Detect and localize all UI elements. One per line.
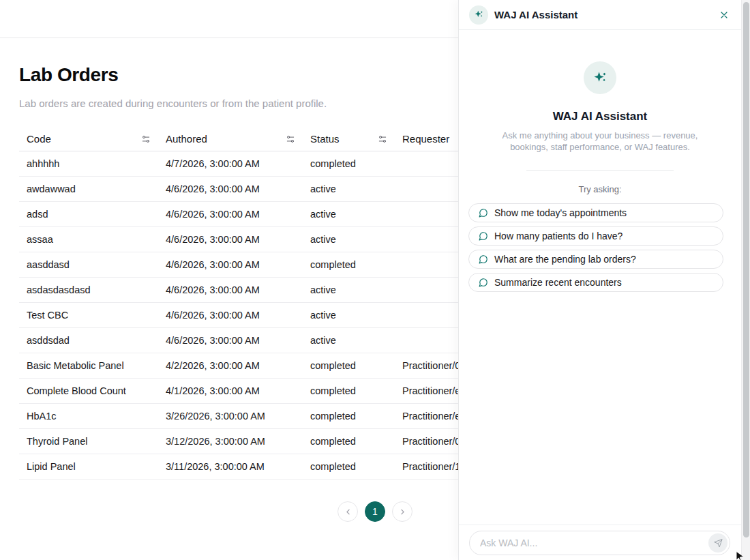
assistant-description: Ask me anything about your business — re…: [498, 130, 702, 153]
cell-status: completed: [303, 360, 395, 371]
cell-authored: 4/1/2026, 3:00:00 AM: [158, 385, 303, 396]
cell-status: active: [303, 209, 395, 220]
cell-code: Thyroid Panel: [19, 436, 158, 447]
send-button[interactable]: [708, 533, 728, 552]
cell-status: active: [303, 310, 395, 321]
sparkles-icon: [469, 5, 488, 25]
divider: [526, 170, 674, 171]
scrollbar-thumb[interactable]: [743, 2, 749, 537]
cell-authored: 4/6/2026, 3:00:00 AM: [158, 234, 303, 245]
try-asking-label: Try asking:: [459, 184, 741, 194]
column-header-authored: Authored: [158, 133, 303, 145]
cell-code: Complete Blood Count: [19, 385, 158, 396]
ai-assistant-panel-content: WAJ AI Assistant WAJ AI Assistant Ask me…: [459, 0, 741, 560]
prev-page-button[interactable]: [338, 501, 358, 522]
assistant-footer: [459, 525, 741, 560]
suggestion-text: Summarize recent encounters: [494, 277, 622, 288]
suggestion-pill[interactable]: Summarize recent encounters: [468, 273, 723, 292]
sort-authored-button[interactable]: [286, 134, 295, 144]
cell-authored: 4/6/2026, 3:00:00 AM: [158, 310, 303, 321]
cell-status: active: [303, 335, 395, 346]
column-label: Status: [310, 133, 340, 145]
column-label: Authored: [166, 133, 207, 145]
suggestion-pill[interactable]: What are the pending lab orders?: [468, 250, 723, 269]
cell-code: Test CBC: [19, 310, 158, 321]
suggestion-text: How many patients do I have?: [494, 231, 622, 241]
cell-status: completed: [303, 385, 395, 396]
panel-scrollbar[interactable]: [741, 0, 750, 560]
cell-authored: 3/12/2026, 3:00:00 AM: [158, 436, 303, 447]
assistant-header-title: WAJ AI Assistant: [494, 9, 711, 20]
current-page-button[interactable]: 1: [365, 501, 385, 522]
cell-status: completed: [303, 461, 395, 472]
next-page-button[interactable]: [392, 501, 412, 522]
cell-code: aasddasd: [19, 259, 158, 270]
sort-code-button[interactable]: [141, 134, 151, 144]
chevron-right-icon: [398, 507, 407, 516]
cell-authored: 4/6/2026, 3:00:00 AM: [158, 183, 303, 194]
sliders-sort-icon: [378, 134, 387, 144]
cell-status: completed: [303, 436, 395, 447]
column-label: Code: [27, 133, 51, 145]
message-circle-icon: [479, 254, 488, 264]
cell-authored: 3/11/2026, 3:00:00 AM: [158, 461, 303, 472]
message-circle-icon: [479, 208, 488, 218]
cell-authored: 4/7/2026, 3:00:00 AM: [158, 158, 303, 169]
column-header-status: Status: [303, 133, 395, 145]
suggestion-list: Show me today's appointmentsHow many pat…: [468, 203, 723, 292]
cell-authored: 4/6/2026, 3:00:00 AM: [158, 335, 303, 346]
cell-code: awdawwad: [19, 183, 158, 194]
cell-code: Lipid Panel: [19, 461, 158, 472]
ai-assistant-panel: WAJ AI Assistant WAJ AI Assistant Ask me…: [458, 0, 750, 560]
close-panel-button[interactable]: [717, 8, 731, 22]
cell-code: asddsdad: [19, 335, 158, 346]
sort-status-button[interactable]: [378, 134, 387, 144]
sliders-sort-icon: [141, 134, 151, 144]
assistant-header: WAJ AI Assistant: [459, 0, 741, 30]
send-icon: [714, 539, 723, 548]
cell-code: Basic Metabolic Panel: [19, 360, 158, 371]
column-header-code: Code: [19, 133, 158, 145]
cell-authored: 3/26/2026, 3:00:00 AM: [158, 411, 303, 422]
cell-status: active: [303, 284, 395, 295]
cell-code: adsd: [19, 209, 158, 220]
cell-code: assaa: [19, 234, 158, 245]
cell-status: completed: [303, 259, 395, 270]
assistant-body: WAJ AI Assistant Ask me anything about y…: [459, 61, 741, 292]
cell-status: completed: [303, 411, 395, 422]
message-circle-icon: [479, 278, 488, 287]
cell-authored: 4/6/2026, 3:00:00 AM: [158, 209, 303, 220]
assistant-title: WAJ AI Assistant: [459, 110, 741, 123]
suggestion-text: Show me today's appointments: [494, 207, 627, 218]
cell-authored: 4/2/2026, 3:00:00 AM: [158, 360, 303, 371]
suggestion-pill[interactable]: Show me today's appointments: [468, 203, 723, 222]
suggestion-text: What are the pending lab orders?: [494, 254, 636, 265]
cell-status: completed: [303, 158, 395, 169]
chevron-left-icon: [344, 507, 352, 516]
cell-code: ahhhhh: [19, 158, 158, 169]
suggestion-pill[interactable]: How many patients do I have?: [468, 226, 723, 246]
cell-status: active: [303, 183, 395, 194]
column-label: Requester: [402, 133, 449, 145]
sparkles-icon: [584, 61, 616, 94]
cell-code: asdasdasdasd: [19, 284, 158, 295]
cell-code: HbA1c: [19, 411, 158, 422]
cell-status: active: [303, 234, 395, 245]
cell-authored: 4/6/2026, 3:00:00 AM: [158, 284, 303, 295]
cell-authored: 4/6/2026, 3:00:00 AM: [158, 259, 303, 270]
close-icon: [719, 10, 730, 20]
message-circle-icon: [479, 231, 488, 241]
sliders-sort-icon: [286, 134, 295, 144]
ask-ai-input[interactable]: [469, 531, 730, 555]
